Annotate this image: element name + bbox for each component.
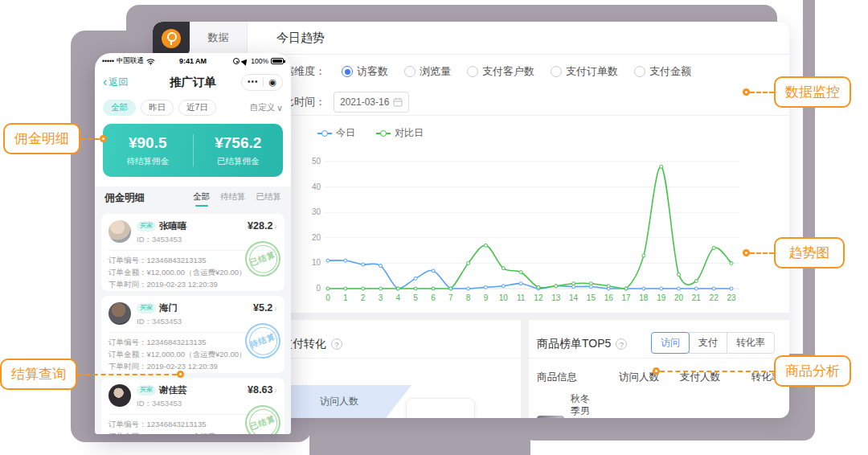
product-row[interactable]: 秋冬季男士毛 中领新宽松 1 1 100% [537, 393, 781, 418]
svg-text:7: 7 [448, 293, 453, 302]
custom-range-button[interactable]: 自定义 ∨ [250, 102, 283, 113]
products-tab-group: 访问 支付 转化率 [652, 332, 775, 354]
active-tab[interactable] [153, 22, 190, 55]
svg-text:14: 14 [569, 293, 579, 302]
avatar [108, 220, 131, 243]
buyer-badge: 买家 [137, 303, 156, 313]
callout-connector [750, 252, 774, 254]
funnel-stage-visits[interactable]: 访问人数 [289, 385, 411, 418]
callout-label: 商品分析 [774, 355, 851, 387]
callout-connector [80, 138, 100, 140]
radio-pageviews[interactable]: 浏览量 [404, 64, 451, 79]
range-tab-7days[interactable]: 近7日 [178, 100, 216, 116]
compare-row: 对比时间： 2021-03-16 [273, 92, 409, 113]
range-tab-all[interactable]: 全部 [103, 100, 136, 116]
order-card[interactable]: 买家 张嘻嘻 ID：3453453 ¥28.2 › 订单编号：123468432… [101, 214, 285, 291]
list-tab-all[interactable]: 全部 [193, 191, 210, 205]
svg-text:9: 9 [484, 293, 489, 302]
svg-text:20: 20 [312, 233, 321, 242]
status-icons: 100% [233, 57, 284, 65]
tab-pays[interactable]: 支付 [689, 332, 727, 354]
svg-text:5: 5 [413, 293, 418, 302]
funnel-stage-label: 访问人数 [320, 395, 358, 408]
chevron-right-icon: › [274, 221, 277, 231]
section-divider-vertical [521, 313, 529, 418]
tab-rate[interactable]: 转化率 [727, 332, 775, 354]
radio-icon[interactable] [404, 66, 416, 77]
svg-text:12: 12 [534, 293, 543, 302]
date-picker[interactable]: 2021-03-16 [334, 92, 409, 113]
order-time: 下单时间：2019-02-23 12:20:39 [108, 278, 277, 290]
radio-pay-customers[interactable]: 支付客户数 [467, 64, 534, 79]
legend-marker-green-icon [376, 133, 391, 134]
phone-nav-bar: ‹ 返回 推广订单 ••• ◉ [95, 69, 291, 95]
radio-icon[interactable] [467, 66, 478, 77]
svg-text:0: 0 [326, 293, 330, 302]
svg-text:17: 17 [621, 293, 631, 302]
settled-label: 已结算佣金 [217, 156, 260, 167]
app-favicon-icon [162, 29, 181, 48]
radio-icon[interactable] [634, 66, 645, 77]
product-name: 秋冬季男士毛 中领新宽松 [571, 393, 598, 418]
product-image [537, 416, 564, 418]
help-icon[interactable]: ? [331, 338, 342, 350]
col-product-info: 商品信息 [537, 371, 598, 384]
radio-label: 支付金额 [649, 64, 691, 79]
buyer-name: 海门 [159, 302, 178, 314]
buyer-id: ID：3453453 [137, 399, 187, 409]
svg-text:13: 13 [551, 293, 561, 302]
svg-text:16: 16 [604, 293, 614, 302]
settled-commission: ¥756.2 已结算佣金 [194, 134, 284, 167]
list-tab-pending[interactable]: 待结算 [220, 191, 246, 205]
settled-amount: ¥756.2 [215, 134, 261, 152]
pending-commission: ¥90.5 待结算佣金 [103, 134, 193, 167]
product-name-line1: 秋冬季男士毛 [571, 393, 590, 418]
callout-label: 结算查询 [0, 359, 77, 390]
legend-label: 今日 [336, 126, 355, 140]
list-tab-settled[interactable]: 已结算 [256, 191, 282, 205]
callout-connector [660, 371, 774, 372]
radio-visitors[interactable]: 访客数 [342, 64, 388, 79]
callout-trend-chart: 趋势图 [743, 237, 845, 268]
commission-amount: ¥28.2 [248, 220, 272, 232]
svg-text:15: 15 [587, 293, 596, 302]
svg-text:50: 50 [312, 157, 321, 166]
back-button[interactable]: ‹ 返回 [103, 76, 128, 89]
help-icon[interactable]: ? [616, 338, 627, 350]
chevron-right-icon: › [274, 303, 277, 313]
svg-text:23: 23 [727, 293, 736, 302]
radio-pay-orders[interactable]: 支付订单数 [551, 64, 618, 79]
callout-label: 趋势图 [774, 237, 845, 268]
calendar-icon [393, 97, 403, 107]
svg-text:6: 6 [431, 293, 436, 302]
backdrop-right-bar [803, 0, 815, 394]
callout-product-analysis: 商品分析 [653, 355, 851, 387]
commission-amount: ¥8.63 [248, 384, 272, 396]
chevron-right-icon: › [274, 385, 277, 395]
radio-label: 浏览量 [420, 64, 451, 79]
svg-text:10: 10 [312, 258, 321, 267]
radio-icon[interactable] [551, 66, 562, 77]
range-tab-yesterday[interactable]: 昨日 [141, 100, 174, 116]
svg-text:30: 30 [312, 207, 321, 216]
menu-dots-button[interactable]: ••• [248, 78, 259, 86]
tab-data[interactable]: 数据 [190, 22, 248, 54]
svg-text:20: 20 [674, 293, 684, 302]
callout-commission-detail: 佣金明细 [3, 123, 107, 154]
svg-text:3: 3 [379, 293, 383, 302]
svg-text:19: 19 [657, 293, 666, 302]
legend-item-compare: 对比日 [376, 126, 424, 140]
radio-selected-icon[interactable] [342, 66, 353, 77]
radio-pay-amount[interactable]: 支付金额 [634, 64, 691, 79]
callout-connector [77, 374, 177, 375]
close-target-button[interactable]: ◉ [268, 78, 276, 87]
callout-data-monitor: 数据监控 [743, 76, 851, 108]
date-value: 2021-03-16 [340, 96, 389, 108]
navigation-arrow-icon [241, 57, 250, 66]
callout-settlement-query: 结算查询 [0, 359, 184, 390]
commission-amount: ¥5.2 [253, 302, 272, 314]
callout-dot [653, 367, 660, 375]
tab-visits[interactable]: 访问 [651, 332, 690, 354]
composite-screenshot: 数据 今日趋势 数据维度： 访客数 浏览量 支付客户数 [0, 0, 868, 455]
legend-item-today: 今日 [317, 126, 355, 140]
